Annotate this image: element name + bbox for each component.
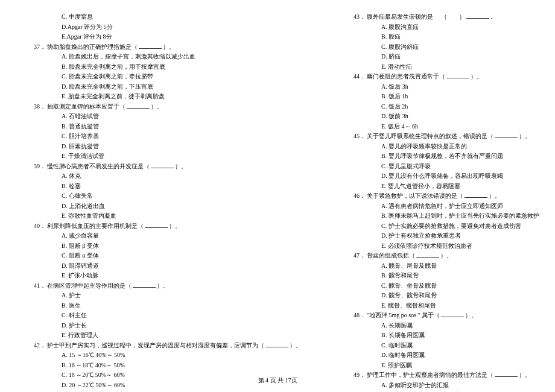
answer-blank[interactable] bbox=[466, 13, 489, 19]
question-stem: 42．护士甲到产房实习，巡视过程中，发现产房的温度与相对湿度有偏差，应调节为（）… bbox=[30, 341, 302, 350]
question-option: B. 长期备用医嘱 bbox=[350, 330, 539, 340]
option-text: E. 婴儿气道管径小，容易阻塞 bbox=[381, 182, 460, 191]
option-text: A. 饭后 3h bbox=[381, 82, 408, 92]
option-text: C. 髋骨、坐骨及髋骨 bbox=[381, 281, 437, 291]
option-text: A. 15 ～16℃ 40%～ 50% bbox=[62, 350, 125, 360]
question-number: 39． bbox=[30, 162, 47, 171]
question-option: B. 婴儿呼吸节律极规整，若不齐就有严重问题 bbox=[350, 151, 539, 161]
option-text: C. 心律失常 bbox=[62, 191, 93, 201]
page-footer: 第 4 页 共 17页 bbox=[0, 376, 555, 385]
question-option: E. 扩张小动脉 bbox=[30, 271, 302, 280]
question-option: A. 腹股沟直疝 bbox=[350, 22, 539, 32]
answer-blank[interactable] bbox=[495, 132, 518, 138]
answer-blank[interactable] bbox=[151, 162, 174, 168]
answer-blank[interactable] bbox=[265, 341, 288, 347]
question-option: B. 阻断 β 受体 bbox=[30, 241, 302, 251]
option-text: E. 胎盘未完全剥离之前，徒手剥离胎盘 bbox=[62, 92, 165, 101]
question-option: A. 减少血容量 bbox=[30, 231, 302, 241]
question-option: E. 行政管理人 bbox=[30, 330, 302, 340]
answer-blank[interactable] bbox=[465, 192, 487, 198]
question-option: B. 股疝 bbox=[350, 32, 539, 42]
question-option: D. 婴儿没有什么呼吸储备，容易出现呼吸衰竭 bbox=[350, 171, 539, 181]
answer-blank[interactable] bbox=[441, 311, 464, 317]
question-stem: 37．协助胎盘娩出的正确护理措施是（）。 bbox=[30, 42, 302, 52]
question-option: B. 栓塞 bbox=[30, 182, 302, 191]
option-text: E. 饭后 4～ 6h bbox=[381, 122, 418, 131]
answer-blank[interactable] bbox=[127, 103, 150, 109]
option-text: B. 医生 bbox=[62, 301, 81, 311]
question-option: B. 医师未能马上赶到时，护士应当先行实施必要的紧急救护 bbox=[350, 211, 539, 221]
option-text: D. 临时备用医嘱 bbox=[381, 350, 425, 360]
option-text: B. 髋骨和尾骨 bbox=[381, 271, 419, 280]
question-number: 43． bbox=[350, 12, 367, 22]
option-text: A. 长期医嘱 bbox=[381, 321, 413, 330]
question-number: 45． bbox=[350, 131, 367, 141]
option-text: E. 必须依照诊疗技术规范救治患者 bbox=[381, 241, 472, 251]
question-text: 护士甲到产房实习，巡视过程中，发现产房的温度与相对湿度有偏差，应调节为（）。 bbox=[47, 341, 302, 350]
option-text: B. 16 ～18℃ 40%～ 50% bbox=[62, 361, 125, 370]
option-text: E. 干燥清洁试管 bbox=[62, 151, 104, 161]
question-option: A. 长期医嘱 bbox=[350, 321, 539, 330]
question-option: D. 临时备用医嘱 bbox=[350, 350, 539, 360]
question-option: E. 干燥清洁试管 bbox=[30, 151, 302, 161]
question-option: A. 休克 bbox=[30, 171, 302, 181]
option-text: C. 饭后 2h bbox=[381, 102, 408, 112]
question-option: C. 胎盘未完全剥离之前，牵拉脐带 bbox=[30, 72, 302, 81]
question-number: 48． bbox=[350, 311, 367, 320]
option-text: D.Apgar 评分为 5分 bbox=[62, 22, 113, 32]
answer-blank[interactable] bbox=[145, 222, 168, 228]
question-option: E. 髋骨、髋骨和尾骨 bbox=[350, 301, 539, 311]
question-option: A. 石蜡油试管 bbox=[30, 112, 302, 121]
question-option: B. 胎盘未完全剥离之前，用于按摩宫底 bbox=[30, 62, 302, 72]
question-stem: 45．关于婴儿呼吸系统生理特点的叙述，错误的是（）。 bbox=[350, 131, 539, 141]
question-number: 40． bbox=[30, 221, 47, 231]
question-stem: 41．在病区管理中起主导作用的是（）。 bbox=[30, 281, 302, 291]
question-option: D. 髋骨、髋骨和尾骨 bbox=[350, 291, 539, 300]
left-column: C. 中度窒息D.Apgar 评分为 5分E.Apgar 评分为 8分37．协助… bbox=[30, 12, 302, 392]
question-text: 腹外疝最易发生嵌顿的是 （ ）。 bbox=[367, 12, 496, 22]
option-text: C. 胎盘未完全剥离之前，牵拉脐带 bbox=[62, 72, 153, 81]
option-text: D. 上消化道出血 bbox=[62, 201, 105, 211]
option-text: C. 中度窒息 bbox=[62, 12, 93, 22]
answer-blank[interactable] bbox=[139, 43, 162, 49]
option-text: C. 科主任 bbox=[62, 311, 87, 320]
question-text: 关于婴儿呼吸系统生理特点的叙述，错误的是（）。 bbox=[367, 131, 531, 141]
option-text: E. 照护医嘱 bbox=[381, 361, 412, 370]
question-text: 关于紧急救护，以下说法错误的是（）。 bbox=[367, 191, 501, 201]
answer-blank[interactable] bbox=[446, 72, 469, 78]
question-option: D.Apgar 评分为 5分 bbox=[30, 22, 302, 32]
option-text: E. 髋骨、髋骨和尾骨 bbox=[381, 301, 436, 311]
question-option: C. 科主任 bbox=[30, 311, 302, 320]
question-option: D. 上消化道出血 bbox=[30, 201, 302, 211]
question-option: E. 饭后 4～ 6h bbox=[350, 122, 539, 131]
question-option: C. 中度窒息 bbox=[30, 12, 302, 22]
option-text: B. 胎盘未完全剥离之前，用于按摩宫底 bbox=[62, 62, 165, 72]
question-option: E.Apgar 评分为 8分 bbox=[30, 32, 302, 42]
option-text: C. 阻断 α 受体 bbox=[62, 251, 99, 261]
right-column: 43．腹外疝最易发生嵌顿的是 （ ）。A. 腹股沟直疝B. 股疝C. 腹股沟斜疝… bbox=[350, 12, 539, 392]
question-option: C. 心律失常 bbox=[30, 191, 302, 201]
question-text: "地西泮 5mg po sos " 属于（）。 bbox=[367, 311, 477, 320]
option-text: E. 行政管理人 bbox=[62, 330, 98, 340]
question-number: 42． bbox=[30, 341, 47, 350]
option-text: B. 医师未能马上赶到时，护士应当先行实施必要的紧急救护 bbox=[381, 211, 539, 221]
option-text: C. 护士实施必要的抢救措施，要避免对患者造成伤害 bbox=[381, 221, 521, 231]
question-option: D. 护士有权独立抢救危重患者 bbox=[350, 231, 539, 241]
question-option: E. 弥散性血管内凝血 bbox=[30, 211, 302, 221]
question-option: E. 照护医嘱 bbox=[350, 361, 539, 370]
question-stem: 47．骨盆的组成包括（）。 bbox=[350, 251, 539, 261]
option-text: B. 阻断 β 受体 bbox=[62, 241, 99, 251]
answer-blank[interactable] bbox=[133, 282, 156, 288]
answer-blank[interactable] bbox=[416, 251, 439, 258]
question-option: A. 15 ～16℃ 40%～ 50% bbox=[30, 350, 302, 360]
question-option: A. 髋骨、尾骨及髋骨 bbox=[350, 261, 539, 271]
question-stem: 39．慢性肺心病患者不易发生的并发症是（）。 bbox=[30, 162, 302, 171]
question-stem: 43．腹外疝最易发生嵌顿的是 （ ）。 bbox=[350, 12, 539, 22]
question-option: D. 肝素抗凝管 bbox=[30, 142, 302, 151]
question-option: D. 阻滞钙通道 bbox=[30, 261, 302, 271]
option-text: B. 普通抗凝管 bbox=[62, 122, 99, 131]
option-text: C. 腹股沟斜疝 bbox=[381, 42, 419, 52]
question-option: E. 滑动性疝 bbox=[350, 62, 539, 72]
question-option: C. 胆汁培养基 bbox=[30, 131, 302, 141]
option-text: E. 滑动性疝 bbox=[381, 62, 412, 72]
